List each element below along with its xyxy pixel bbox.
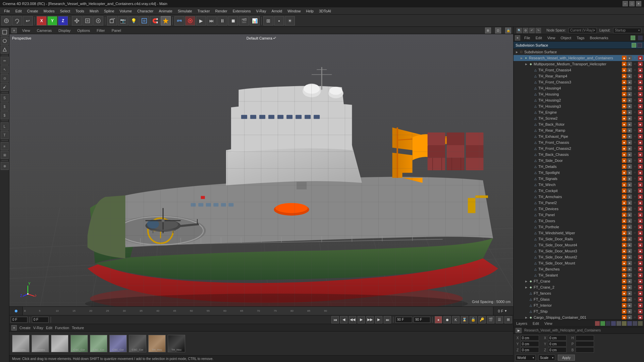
flag-orange[interactable]: ■ (622, 237, 627, 241)
material-menu-create[interactable]: Create (19, 326, 31, 330)
top-obj-visible[interactable] (632, 43, 636, 48)
obj-mgr-tab-tags[interactable]: Tags (575, 36, 586, 40)
viewport-tab-display[interactable]: Display (57, 28, 72, 33)
flag-orange[interactable]: ■ (622, 116, 627, 121)
transport-key6[interactable]: ☰ (496, 316, 503, 323)
flag-red[interactable]: ■ (638, 219, 643, 223)
flag-orange[interactable]: ■ (622, 170, 627, 175)
flag-red[interactable]: ■ (638, 56, 643, 60)
flag-gray[interactable]: ■ (627, 285, 632, 290)
right-icon3[interactable]: ↶ (529, 28, 535, 33)
flag-gray[interactable]: ■ (627, 315, 632, 319)
flag-orange[interactable]: ■ (622, 261, 627, 265)
tree-item-th_side_door_mount2[interactable]: ▶△TH_Side_Door_Mount2■■⁘■ (514, 254, 644, 260)
flag-dots[interactable]: ⁘ (633, 206, 637, 211)
flag-orange[interactable]: ■ (622, 243, 627, 247)
flag-orange[interactable]: ■ (622, 213, 627, 217)
pos-y-input[interactable]: 0 cm (521, 341, 539, 347)
bottom-tab-view[interactable]: View (543, 321, 554, 325)
transport-end-frame[interactable]: 90 F (395, 317, 412, 323)
tree-item-ft_glass[interactable]: ▶△FT_Glass■■⁘■ (514, 296, 644, 302)
flag-gray[interactable]: ■ (627, 237, 632, 241)
flag-dots[interactable]: ⁘ (633, 315, 637, 319)
right-icon4[interactable]: ↷ (536, 28, 541, 33)
sidebar-btn-pen[interactable]: ✏ (1, 57, 9, 65)
obj-menu-icon[interactable]: ≡ (515, 35, 520, 41)
flag-orange[interactable]: ■ (622, 80, 627, 84)
sidebar-btn-magnet[interactable]: ⊗ (1, 162, 9, 170)
flag-red[interactable]: ■ (638, 110, 643, 115)
flag-red[interactable]: ■ (638, 116, 643, 121)
transport-key7[interactable]: ⊞ (504, 316, 512, 323)
flag-gray[interactable]: ■ (627, 194, 632, 199)
object-tree[interactable]: ▶□Subdivision Surface▶●Research_Vessel_w… (514, 49, 644, 319)
viewport-tab-options[interactable]: Options (76, 28, 91, 33)
material-swatch-6[interactable]: CSC_Cor (129, 335, 146, 352)
menu-help[interactable]: Help (303, 7, 316, 15)
flag-orange[interactable]: ■ (622, 140, 627, 145)
tree-item-th_screw2[interactable]: ▶△TH_Screw2■■⁘■ (514, 115, 644, 121)
material-menu-vray[interactable]: V-Ray (33, 326, 43, 330)
tree-item-th_benches[interactable]: ▶△TH_Benches■■⁘■ (514, 266, 644, 272)
rot-y-input[interactable]: 0 cm (548, 341, 567, 347)
flag-gray[interactable]: ■ (627, 303, 632, 308)
tool-render2[interactable]: ⏭ (207, 16, 217, 25)
obj-lock-icon[interactable] (638, 36, 643, 40)
material-menu-function[interactable]: Function (55, 326, 69, 330)
flag-orange[interactable]: ■ (622, 86, 627, 90)
material-swatch-7[interactable]: TH_Hou (148, 335, 166, 352)
world-select[interactable]: World ▾ (516, 355, 536, 361)
flag-dots[interactable]: ⁘ (633, 273, 637, 278)
flag-gray[interactable]: ■ (627, 80, 632, 84)
flag-dots[interactable]: ⁘ (633, 152, 637, 157)
transport-play[interactable]: ▶ (358, 316, 365, 323)
flag-red[interactable]: ■ (638, 206, 643, 211)
flag-red[interactable]: ■ (638, 309, 643, 314)
tree-item-ft_crane_2[interactable]: ▶◆FT_Crane_2■■⁘■ (514, 284, 644, 290)
flag-orange[interactable]: ■ (622, 255, 627, 259)
rot-x-input[interactable]: 0 cm (548, 335, 567, 341)
menu-spline[interactable]: Spline (101, 7, 117, 15)
obj-mgr-tab-bookmarks[interactable]: Bookmarks (588, 36, 609, 40)
flag-gray[interactable]: ■ (627, 104, 632, 109)
flag-dots[interactable]: ⁘ (633, 309, 637, 314)
flag-red[interactable]: ■ (638, 273, 643, 278)
tool-rotate[interactable] (12, 16, 22, 25)
flag-gray[interactable]: ■ (627, 249, 632, 253)
flag-dots[interactable]: ⁘ (633, 86, 637, 90)
flag-orange[interactable]: ■ (622, 122, 627, 127)
tree-item-th_rear_ramp[interactable]: ▶△TH_Rear_Ramp■■⁘■ (514, 127, 644, 133)
flag-orange[interactable]: ■ (622, 200, 627, 205)
flag-dots[interactable]: ⁘ (633, 303, 637, 308)
flag-red[interactable]: ■ (638, 297, 643, 302)
timeline-scroll-btn[interactable]: ▾ (503, 308, 508, 314)
flag-gray[interactable]: ■ (627, 279, 632, 284)
tool-view1[interactable]: ▪ (274, 16, 284, 25)
flag-red[interactable]: ■ (638, 243, 643, 247)
flag-gray[interactable]: ■ (627, 219, 632, 223)
layer-lock-icon[interactable] (606, 321, 610, 326)
material-swatch-1[interactable]: Constru (32, 335, 49, 352)
menu-vray[interactable]: V-Ray (253, 7, 269, 15)
flag-gray[interactable]: ■ (627, 188, 632, 193)
sidebar-btn-edges[interactable] (1, 46, 9, 54)
tool-render6[interactable]: 📊 (250, 16, 260, 25)
tool-scale[interactable] (83, 16, 93, 25)
flag-orange[interactable]: ■ (622, 182, 627, 187)
tree-item-th_porthole[interactable]: ▶△TH_Porthole■■⁘■ (514, 224, 644, 230)
flag-dots[interactable]: ⁘ (633, 188, 637, 193)
flag-orange[interactable]: ■ (622, 279, 627, 284)
tree-item-th_engine[interactable]: ▶△TH_Engine■■⁘■ (514, 109, 644, 115)
flag-red[interactable]: ■ (638, 104, 643, 109)
tool-view2[interactable]: ☀ (285, 16, 295, 25)
flag-gray[interactable]: ■ (627, 128, 632, 133)
size-b-input[interactable] (576, 347, 594, 353)
flag-dots[interactable]: ⁘ (633, 92, 637, 97)
tree-item-cargo_shipping_container_001[interactable]: ▶◆Cargo_Shipping_Container_001■■⁘■ (514, 314, 644, 319)
menu-character[interactable]: Character (135, 7, 156, 15)
flag-dots[interactable]: ⁘ (633, 98, 637, 103)
top-obj-lock[interactable] (637, 43, 642, 48)
layer-render-icon[interactable] (616, 321, 621, 326)
transport-key3[interactable]: 🔒 (470, 316, 477, 323)
flag-orange[interactable]: ■ (622, 285, 627, 290)
